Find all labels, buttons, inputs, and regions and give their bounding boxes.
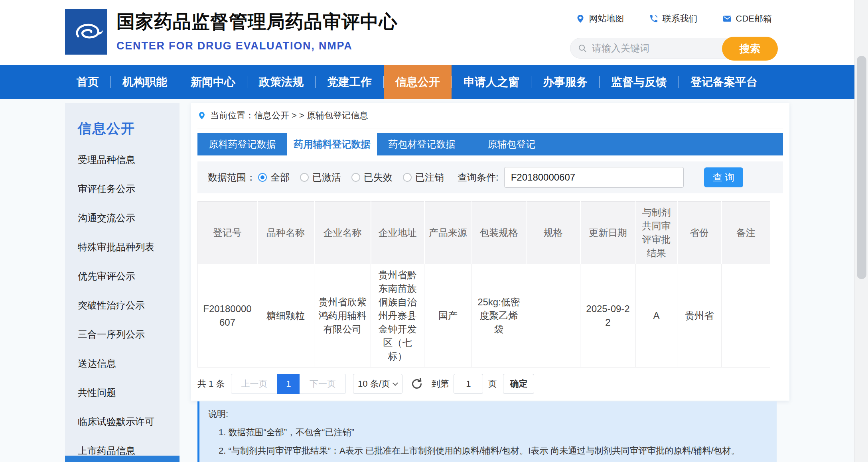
- scope-label: 数据范围：: [208, 171, 256, 184]
- nav-item-news[interactable]: 新闻中心: [179, 65, 247, 99]
- cell-product-source: 国产: [424, 264, 472, 368]
- radio-cancelled-label: 已注销: [415, 171, 444, 184]
- main-panel: 当前位置：信息公开 > > 原辅包登记信息 原料药登记数据 药用辅料登记数据 药…: [191, 103, 789, 401]
- location-pin-icon: [197, 111, 206, 120]
- radio-activated[interactable]: 已激活: [300, 171, 341, 184]
- vertical-scrollbar: [854, 0, 868, 462]
- sidebar-item-communication[interactable]: 沟通交流公示: [65, 203, 180, 232]
- cell-company-name: 贵州省欣紫鸿药用辅料有限公司: [314, 264, 371, 368]
- filter-bar: 数据范围： 全部 已激活 已失效: [197, 161, 783, 193]
- site-search-bar: 搜索: [570, 38, 777, 59]
- sidebar-item-delivery-info[interactable]: 送达信息: [65, 349, 180, 378]
- phone-icon: [649, 14, 659, 24]
- cde-swirl-icon: [68, 14, 105, 50]
- mailbox-link[interactable]: CDE邮箱: [722, 13, 772, 25]
- next-page-button[interactable]: 下一页: [300, 374, 346, 394]
- total-count: 共 1 条: [197, 378, 225, 390]
- site-title-cn: 国家药品监督管理局药品审评中心: [116, 10, 398, 34]
- radio-dot-icon: [258, 173, 267, 182]
- cell-variety-name: 糖细颗粒: [257, 264, 314, 368]
- col-province: 省份: [677, 202, 722, 264]
- col-variety-name: 品种名称: [257, 202, 314, 264]
- query-button[interactable]: 查 询: [704, 167, 743, 187]
- cell-update-date: 2025-09-22: [580, 264, 636, 368]
- content-area: 信息公开 受理品种信息 审评任务公示 沟通交流公示 特殊审批品种列表 优先审评公…: [0, 99, 854, 462]
- main-nav: 首页 机构职能 新闻中心 政策法规 党建工作 信息公开 申请人之窗 办事服务 监…: [0, 65, 854, 99]
- radio-dot-icon: [300, 173, 309, 182]
- nav-item-home[interactable]: 首页: [65, 65, 110, 99]
- refresh-icon[interactable]: [410, 377, 423, 390]
- nav-item-functions[interactable]: 机构职能: [111, 65, 179, 99]
- quick-links: 网站地图 联系我们 CDE邮箱: [576, 13, 772, 25]
- radio-expired-label: 已失效: [364, 171, 393, 184]
- sitemap-link[interactable]: 网站地图: [576, 13, 624, 25]
- nav-item-party[interactable]: 党建工作: [316, 65, 383, 99]
- radio-dot-icon: [403, 173, 412, 182]
- cde-logo: [65, 9, 107, 55]
- page-1-button[interactable]: 1: [277, 374, 300, 394]
- cell-remarks: [722, 264, 770, 368]
- page-size-select[interactable]: 10 条/页: [353, 374, 402, 394]
- tab-registration[interactable]: 原辅包登记: [467, 133, 556, 155]
- nav-item-services[interactable]: 办事服务: [531, 65, 599, 99]
- nav-item-registration-platform[interactable]: 登记备案平台: [679, 65, 769, 99]
- mail-icon: [722, 14, 732, 24]
- breadcrumb-text: 当前位置：信息公开 > > 原辅包登记信息: [210, 110, 368, 122]
- confirm-button[interactable]: 确定: [503, 374, 534, 394]
- breadcrumb: 当前位置：信息公开 > > 原辅包登记信息: [197, 103, 783, 128]
- cell-province: 贵州省: [677, 264, 722, 368]
- sidebar-title: 信息公开: [78, 120, 180, 138]
- scope-radio-group: 全部 已激活 已失效 已注销: [258, 171, 444, 184]
- contact-link[interactable]: 联系我们: [649, 13, 698, 25]
- radio-expired[interactable]: 已失效: [351, 171, 393, 184]
- tab-api-data[interactable]: 原料药登记数据: [197, 133, 287, 155]
- col-joint-review-result: 与制剂共同审评审批结果: [636, 202, 677, 264]
- radio-all[interactable]: 全部: [258, 171, 290, 184]
- prev-page-button[interactable]: 上一页: [231, 374, 277, 394]
- query-input[interactable]: [504, 167, 684, 188]
- site-header: 国家药品监督管理局药品审评中心 CENTER FOR DRUG EVALUATI…: [0, 0, 854, 65]
- sidebar: 信息公开 受理品种信息 审评任务公示 沟通交流公示 特殊审批品种列表 优先审评公…: [65, 103, 180, 462]
- col-packaging-spec: 包装规格: [472, 202, 526, 264]
- sidebar-item-priority-review[interactable]: 优先审评公示: [65, 261, 180, 291]
- goto-label: 到第: [431, 378, 449, 390]
- sidebar-item-special-approval[interactable]: 特殊审批品种列表: [65, 232, 180, 261]
- tab-excipient-data[interactable]: 药用辅料登记数据: [287, 133, 377, 155]
- col-product-source: 产品来源: [424, 202, 472, 264]
- note-line-1: 1. 数据范围“全部”，不包含“已注销”: [208, 425, 769, 440]
- col-remarks: 备注: [722, 202, 770, 264]
- sidebar-item-clinical-trial-license[interactable]: 临床试验默示许可: [65, 407, 180, 436]
- pagination: 共 1 条 上一页 1 下一页 10 条/页 到第 页 确定: [197, 374, 783, 394]
- col-spec: 规格: [526, 202, 580, 264]
- cell-packaging-spec: 25kg:低密度聚乙烯袋: [472, 264, 526, 368]
- sitemap-label: 网站地图: [589, 13, 624, 25]
- scrollbar-thumb[interactable]: [857, 56, 866, 279]
- registration-table: 登记号 品种名称 企业名称 企业地址 产品来源 包装规格 规格 更新日期 与制剂…: [197, 201, 770, 368]
- sidebar-item-breakthrough-therapy[interactable]: 突破性治疗公示: [65, 291, 180, 320]
- tab-packaging-data[interactable]: 药包材登记数据: [377, 133, 467, 155]
- nav-item-supervision[interactable]: 监督与反馈: [600, 65, 679, 99]
- nav-item-policies[interactable]: 政策法规: [247, 65, 315, 99]
- sidebar-item-three-in-one[interactable]: 三合一序列公示: [65, 320, 180, 349]
- sidebar-item-common-issues[interactable]: 共性问题: [65, 378, 180, 407]
- site-title-block: 国家药品监督管理局药品审评中心 CENTER FOR DRUG EVALUATI…: [116, 10, 398, 52]
- cell-registration-no: F20180000607: [198, 264, 257, 368]
- chevron-down-icon: [393, 380, 398, 386]
- contact-label: 联系我们: [663, 13, 698, 25]
- radio-activated-label: 已激活: [312, 171, 341, 184]
- sidebar-item-review-tasks[interactable]: 审评任务公示: [65, 174, 180, 203]
- page-size-value: 10 条/页: [358, 378, 390, 390]
- goto-page-input[interactable]: [454, 374, 483, 394]
- table-row: F20180000607 糖细颗粒 贵州省欣紫鸿药用辅料有限公司 贵州省黔东南苗…: [198, 264, 770, 368]
- sidebar-item-accepted-varieties[interactable]: 受理品种信息: [65, 145, 180, 174]
- nav-item-info-disclosure[interactable]: 信息公开: [384, 65, 452, 99]
- radio-dot-icon: [351, 173, 360, 182]
- sidebar-item-active-partial[interactable]: [65, 456, 180, 462]
- site-search-button[interactable]: 搜索: [722, 37, 778, 61]
- radio-cancelled[interactable]: 已注销: [403, 171, 444, 184]
- nav-item-applicant[interactable]: 申请人之窗: [452, 65, 531, 99]
- browser-viewport: 国家药品监督管理局药品审评中心 CENTER FOR DRUG EVALUATI…: [0, 0, 854, 462]
- tab-bar: 原料药登记数据 药用辅料登记数据 药包材登记数据 原辅包登记: [197, 133, 783, 155]
- page-unit-label: 页: [488, 378, 497, 390]
- radio-all-label: 全部: [270, 171, 290, 184]
